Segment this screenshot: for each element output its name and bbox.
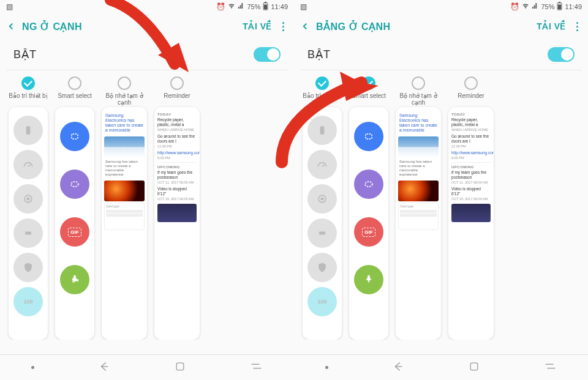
page-title: BẢNG Ở CẠNH (316, 21, 537, 32)
svg-rect-11 (176, 363, 184, 370)
clip-text-1: Samsung Electronics has taken care to cr… (104, 111, 145, 135)
reminder-thumb (451, 204, 491, 222)
wifi-icon (522, 2, 529, 12)
battery-icon (307, 116, 337, 145)
panel-preview-smartselect[interactable]: GIF (55, 107, 94, 340)
nav-assistant[interactable] (325, 366, 328, 369)
svg-line-18 (322, 165, 324, 166)
storage-icon (13, 184, 43, 214)
wifi-icon (228, 2, 235, 12)
nav-recents[interactable] (543, 360, 557, 376)
phone-screenshot-right: ▧ ⏰ 75% 11:49 BẢNG Ở CẠNH TẢI VỀ BẬT (294, 0, 588, 380)
svg-rect-15 (559, 2, 561, 3)
clip-text-2: Samsung has taken care to create a memor… (104, 157, 145, 179)
more-menu-button[interactable] (570, 19, 584, 34)
panel-preview-maintenance[interactable]: 100 (303, 107, 342, 340)
master-toggle-row: BẬT (294, 39, 588, 70)
phone-screenshot-left: ▧ ⏰ 75% 11:49 NG Ở CẠNH TẢI V (0, 0, 294, 380)
panel-radio-maintenance[interactable] (21, 76, 35, 90)
svg-rect-1 (265, 2, 267, 3)
score-badge: 100 (13, 287, 43, 316)
panel-smartselect: Smart select GIF (345, 76, 392, 340)
panel-radio-smartselect[interactable] (362, 76, 375, 90)
back-button[interactable] (298, 19, 312, 34)
panel-radio-maintenance[interactable] (315, 76, 329, 90)
panel-preview-reminder[interactable]: TODAY Recycle paper, plastic, metal a WH… (154, 107, 200, 340)
status-time: 11:49 (271, 3, 288, 10)
svg-point-9 (71, 182, 78, 187)
battery-percent: 75% (247, 3, 260, 10)
svg-rect-7 (25, 232, 31, 235)
edge-panels-list[interactable]: Bảo trì thiết bị 100 Smart select (294, 70, 588, 340)
clip-card: Card type (104, 203, 145, 230)
panel-label: Smart select (58, 92, 92, 107)
svg-rect-2 (264, 4, 267, 9)
nav-home[interactable] (174, 360, 186, 375)
clip-text-1: Samsung Electronics has taken care to cr… (398, 111, 439, 135)
alarm-icon: ⏰ (510, 2, 519, 11)
pin-select-icon (60, 265, 89, 294)
page-title: NG Ở CẠNH (22, 21, 243, 32)
clip-image-sky (398, 136, 439, 157)
app-header: NG Ở CẠNH TẢI VỀ (0, 13, 294, 39)
battery-percent: 75% (541, 3, 554, 10)
panel-preview-clipboard[interactable]: Samsung Electronics has taken care to cr… (396, 107, 441, 340)
panel-label: Bộ nhớ tạm ở cạnh (104, 92, 145, 107)
panel-preview-maintenance[interactable]: 100 (9, 107, 48, 340)
svg-rect-21 (319, 232, 325, 235)
storage-icon (307, 184, 337, 214)
panel-smartselect: Smart select GIF (51, 76, 98, 340)
panel-label: Bảo trì thiết bị (9, 92, 47, 107)
more-menu-button[interactable] (276, 19, 290, 34)
clip-text-2: Samsung has taken care to create a memor… (398, 157, 439, 179)
panel-preview-clipboard[interactable]: Samsung Electronics has taken care to cr… (102, 107, 147, 340)
panel-preview-reminder[interactable]: TODAY Recycle paper, plastic, metal a WH… (448, 107, 494, 340)
signal-icon (532, 2, 538, 11)
pin-select-icon (354, 265, 383, 294)
panel-reminder: Reminder TODAY Recycle paper, plastic, m… (151, 76, 203, 340)
svg-rect-3 (26, 126, 31, 134)
panel-radio-clipboard[interactable] (118, 76, 131, 90)
panel-label: Smart select (352, 92, 386, 107)
oval-select-icon (60, 170, 89, 199)
panel-radio-reminder[interactable] (170, 76, 184, 90)
master-toggle[interactable] (548, 47, 575, 62)
back-button[interactable] (4, 19, 18, 34)
status-time: 11:49 (565, 3, 582, 10)
rectangle-select-icon (354, 122, 383, 151)
download-button[interactable]: TẢI VỀ (537, 21, 566, 31)
panel-maintenance: Bảo trì thiết bị 100 (0, 76, 51, 340)
master-toggle[interactable] (254, 47, 281, 62)
score-badge: 100 (307, 287, 337, 316)
svg-rect-25 (470, 363, 478, 370)
android-nav-bar (294, 354, 588, 380)
nav-home[interactable] (468, 360, 480, 375)
signal-icon (238, 2, 244, 11)
panel-preview-smartselect[interactable]: GIF (349, 107, 388, 340)
nav-back[interactable] (391, 360, 405, 376)
panel-label: Reminder (164, 92, 190, 107)
clip-image-sky (104, 136, 145, 157)
memory-icon (307, 218, 337, 248)
android-nav-bar (0, 354, 294, 380)
nav-assistant[interactable] (31, 366, 34, 369)
panel-radio-clipboard[interactable] (412, 76, 425, 90)
svg-rect-16 (558, 4, 561, 9)
panel-radio-smartselect[interactable] (68, 76, 81, 90)
gauge-icon (13, 150, 43, 179)
download-button[interactable]: TẢI VỀ (243, 21, 272, 31)
panel-radio-reminder[interactable] (464, 76, 478, 90)
clip-image-fireworks (104, 181, 145, 201)
screenshot-icon: ▧ (6, 2, 13, 11)
clip-image-fireworks (398, 181, 439, 201)
battery-icon (13, 116, 43, 145)
svg-rect-8 (72, 134, 78, 139)
screenshot-icon: ▧ (300, 2, 307, 11)
panel-reminder: Reminder TODAY Recycle paper, plastic, m… (445, 76, 497, 340)
security-icon (307, 253, 337, 282)
reminder-thumb (157, 204, 197, 222)
nav-recents[interactable] (249, 360, 263, 376)
nav-back[interactable] (97, 360, 111, 376)
edge-panels-list[interactable]: Bảo trì thiết bị 100 Smart select (0, 70, 294, 340)
toggle-label: BẬT (13, 48, 37, 61)
